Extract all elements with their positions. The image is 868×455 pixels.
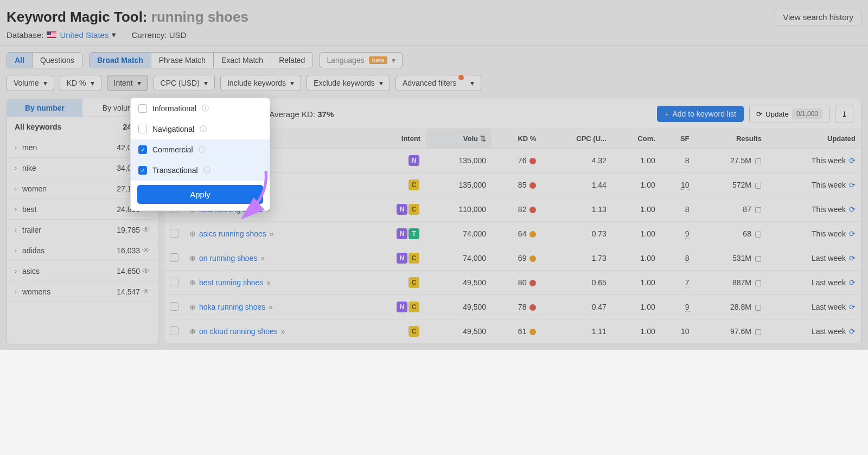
row-checkbox[interactable] <box>170 229 178 238</box>
database-selector[interactable]: Database: United States ▾ <box>7 30 116 40</box>
col-intent[interactable]: Intent <box>367 129 426 149</box>
info-icon[interactable]: ⓘ <box>203 165 210 175</box>
serp-icon[interactable]: ▢ <box>755 156 762 165</box>
checkbox[interactable]: ✓ <box>138 145 147 154</box>
sidebar-group-asics[interactable]: ›asics14,650 👁 <box>7 261 158 281</box>
eye-icon[interactable]: 👁 <box>142 287 150 296</box>
tab-all[interactable]: All <box>7 53 33 68</box>
add-icon[interactable]: ⊕ <box>189 303 196 311</box>
sidebar-group-trailer[interactable]: ›trailer19,785 👁 <box>7 220 158 240</box>
refresh-icon[interactable]: ⟳ <box>849 327 856 336</box>
eye-icon[interactable]: 👁 <box>142 225 150 234</box>
col-sf[interactable]: SF <box>661 129 695 149</box>
sidebar-group-adidas[interactable]: ›adidas16,033 👁 <box>7 240 158 261</box>
add-to-keyword-list-button[interactable]: +Add to keyword list <box>657 106 744 122</box>
info-icon[interactable]: ⓘ <box>199 145 206 155</box>
table-row: ⊕asics running shoes»NT74,000640.731.009… <box>164 222 861 246</box>
expand-icon[interactable]: » <box>281 327 285 336</box>
tab-broad-match[interactable]: Broad Match <box>90 53 151 68</box>
add-icon[interactable]: ⊕ <box>189 254 196 262</box>
apply-button[interactable]: Apply <box>137 185 263 204</box>
expand-icon[interactable]: » <box>260 254 265 262</box>
serp-icon[interactable]: ▢ <box>755 181 762 189</box>
eye-icon[interactable]: 👁 <box>142 266 150 275</box>
col-cpc[interactable]: CPC (U... <box>541 129 611 149</box>
tab-phrase-match[interactable]: Phrase Match <box>151 53 214 68</box>
col-kd[interactable]: KD % <box>492 129 541 149</box>
checkbox[interactable] <box>138 125 147 133</box>
refresh-icon[interactable]: ⟳ <box>849 181 856 189</box>
col-com[interactable]: Com. <box>612 129 661 149</box>
expand-icon[interactable]: » <box>269 303 273 311</box>
view-search-history-button[interactable]: View search history <box>775 9 861 25</box>
serp-icon[interactable]: ▢ <box>755 254 762 262</box>
cell-results: 887M▢ <box>695 271 767 295</box>
eye-icon[interactable]: 👁 <box>142 246 150 255</box>
expand-icon[interactable]: » <box>266 278 271 287</box>
row-checkbox[interactable] <box>170 278 178 286</box>
volume-filter[interactable]: Volume ▾ <box>7 75 54 91</box>
sidebar-tab-by-number[interactable]: By number <box>7 99 82 117</box>
kd-filter[interactable]: KD % ▾ <box>60 75 101 91</box>
cell-volume: 49,500 <box>426 271 492 295</box>
serp-icon[interactable]: ▢ <box>755 205 762 214</box>
col-results[interactable]: Results <box>695 129 767 149</box>
intent-tag-N: N <box>397 204 407 215</box>
refresh-icon[interactable]: ⟳ <box>849 229 856 238</box>
update-button[interactable]: ⟳Update0/1,000 <box>749 105 829 123</box>
serp-icon[interactable]: ▢ <box>755 229 762 238</box>
row-checkbox[interactable] <box>170 253 178 262</box>
keyword-link[interactable]: on cloud running shoes <box>199 327 278 336</box>
tab-questions[interactable]: Questions <box>33 53 82 68</box>
refresh-icon[interactable]: ⟳ <box>849 254 856 262</box>
cpc-filter[interactable]: CPC (USD) ▾ <box>154 75 215 91</box>
intent-option-informational[interactable]: Informationalⓘ <box>131 98 270 119</box>
expand-icon[interactable]: » <box>270 229 274 238</box>
col-volume[interactable]: Volu⇅ <box>426 129 492 149</box>
include-keywords-filter[interactable]: Include keywords ▾ <box>220 75 301 91</box>
exclude-keywords-filter[interactable]: Exclude keywords ▾ <box>307 75 390 91</box>
intent-tag-T: T <box>409 228 419 239</box>
refresh-icon[interactable]: ⟳ <box>849 303 856 311</box>
keyword-link[interactable]: hoka running shoes <box>199 303 265 311</box>
languages-filter[interactable]: Languages beta ▾ <box>320 52 403 68</box>
checkbox[interactable] <box>138 104 147 113</box>
keyword-link[interactable]: on running shoes <box>199 254 257 262</box>
chevron-right-icon: › <box>15 144 17 151</box>
cell-com: 1.00 <box>612 271 661 295</box>
add-icon[interactable]: ⊕ <box>189 278 196 287</box>
sort-desc-icon: ⇅ <box>480 134 486 143</box>
refresh-icon[interactable]: ⟳ <box>849 205 856 214</box>
serp-icon[interactable]: ▢ <box>755 278 762 287</box>
keyword-link[interactable]: best running shoes <box>199 278 263 287</box>
plus-icon: + <box>665 110 669 118</box>
cell-updated: Last week⟳ <box>767 246 861 271</box>
refresh-icon[interactable]: ⟳ <box>849 156 856 165</box>
tab-exact-match[interactable]: Exact Match <box>214 53 271 68</box>
info-icon[interactable]: ⓘ <box>200 124 207 134</box>
database-country[interactable]: United States <box>60 30 108 40</box>
row-checkbox[interactable] <box>170 326 178 335</box>
intent-filter[interactable]: Intent ▾ <box>107 75 148 91</box>
col-updated[interactable]: Updated <box>767 129 861 149</box>
intent-option-commercial[interactable]: ✓Commercialⓘ <box>131 139 270 160</box>
intent-option-transactional[interactable]: ✓Transactionalⓘ <box>131 160 270 181</box>
add-icon[interactable]: ⊕ <box>189 229 196 238</box>
cell-cpc: 1.13 <box>541 197 611 222</box>
cell-volume: 74,000 <box>426 246 492 271</box>
keyword-link[interactable]: asics running shoes <box>199 229 266 238</box>
cell-cpc: 0.73 <box>541 222 611 246</box>
serp-icon[interactable]: ▢ <box>755 327 762 336</box>
add-icon[interactable]: ⊕ <box>189 327 196 336</box>
row-checkbox[interactable] <box>170 302 178 311</box>
sidebar-group-womens[interactable]: ›womens14,547 👁 <box>7 281 158 302</box>
refresh-icon[interactable]: ⟳ <box>849 278 856 287</box>
tab-related[interactable]: Related <box>271 53 312 68</box>
checkbox[interactable]: ✓ <box>138 166 147 175</box>
cell-volume: 135,000 <box>426 149 492 173</box>
info-icon[interactable]: ⓘ <box>202 104 209 113</box>
advanced-filters[interactable]: Advanced filters ▾ <box>395 75 482 91</box>
export-button[interactable]: ⤓ <box>835 105 853 123</box>
intent-option-navigational[interactable]: Navigationalⓘ <box>131 119 270 139</box>
serp-icon[interactable]: ▢ <box>755 303 762 311</box>
